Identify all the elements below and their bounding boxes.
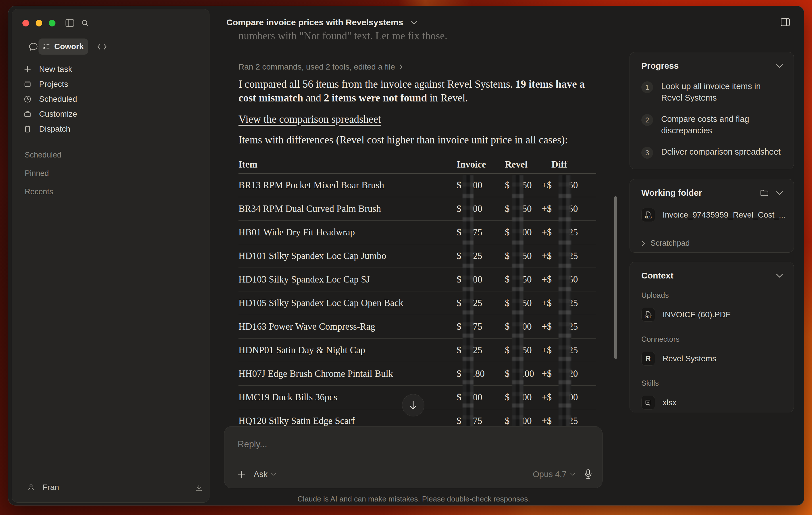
conversation-title-bar[interactable]: Compare invoice prices with Revelsystems — [226, 18, 417, 27]
xls-file-icon: XLS — [641, 208, 655, 222]
sidebar-item-customize[interactable]: Customize — [24, 108, 77, 121]
window-zoom-button[interactable] — [49, 20, 55, 26]
tool-run-summary[interactable]: Ran 2 commands, used 2 tools, edited a f… — [238, 62, 403, 71]
cell-item: HD101 Silky Spandex Loc Cap Jumbo — [238, 251, 457, 261]
table-intro-text: Items with differences (Revel cost highe… — [238, 134, 598, 146]
microphone-icon[interactable] — [584, 469, 592, 479]
sidebar-item-dispatch[interactable]: Dispatch — [24, 122, 70, 136]
conversation-title: Compare invoice prices with Revelsystems — [226, 18, 403, 27]
upload-file-name: INVOICE (60).PDF — [663, 310, 730, 319]
folder-icon[interactable] — [760, 189, 769, 197]
scratchpad-row[interactable]: Scratchpad — [630, 239, 793, 248]
scroll-to-bottom-button[interactable] — [402, 394, 425, 417]
col-header-invoice: Invoice — [457, 159, 505, 170]
table-row: HB01 Wide Dry Fit Headwrap $75 $00 +$25 — [238, 221, 596, 244]
connector-row[interactable]: R Revel Systems — [630, 352, 793, 366]
sidebar-item-label: New task — [39, 65, 72, 74]
sidebar-section-recents[interactable]: Recents — [25, 188, 53, 196]
chats-icon[interactable] — [29, 42, 38, 51]
app-window: Cowork New task Projects Scheduled Custo… — [8, 6, 804, 506]
spreadsheet-link[interactable]: View the comparison spreadsheet — [238, 113, 381, 125]
chevron-right-icon — [641, 240, 645, 246]
ask-mode-dropdown[interactable]: Ask — [254, 469, 276, 479]
cell-item: BR34 RPM Dual Curved Palm Brush — [238, 203, 457, 214]
reply-composer[interactable]: Reply... Ask Opus 4.7 — [224, 426, 603, 488]
chevron-down-icon — [570, 473, 575, 476]
table-row: HH07J Edge Brush Chrome Pintail Bulk $.8… — [238, 362, 596, 386]
working-folder-card: Working folder XLS Invoice_97435959_Reve… — [630, 179, 794, 253]
chevron-down-icon[interactable] — [776, 191, 783, 195]
tab-cowork[interactable]: Cowork — [38, 38, 88, 55]
sidebar-item-label: Customize — [39, 110, 77, 119]
table-row: BR34 RPM Dual Curved Palm Brush $00 $50 … — [238, 197, 596, 221]
chevron-down-icon[interactable] — [776, 273, 783, 278]
context-card: Context Uploads PDF INVOICE (60).PDF Con… — [630, 262, 794, 412]
skill-row[interactable]: xlsx — [630, 396, 793, 409]
skill-name: xlsx — [663, 398, 676, 407]
arrow-down-icon — [409, 400, 417, 410]
table-row: HD103 Silky Spandex Loc Cap SJ $00 $50 +… — [238, 268, 596, 291]
sidebar-item-new-task[interactable]: New task — [24, 63, 72, 76]
chevron-right-icon — [399, 64, 403, 70]
step-number: 3 — [641, 147, 653, 159]
download-icon[interactable] — [195, 484, 203, 492]
uploads-label: Uploads — [630, 291, 793, 300]
user-name: Fran — [42, 483, 59, 492]
step-number: 2 — [641, 114, 653, 126]
sidebar-item-projects[interactable]: Projects — [24, 78, 68, 91]
cell-item: HH07J Edge Brush Chrome Pintail Bulk — [238, 368, 457, 379]
window-minimize-button[interactable] — [36, 20, 42, 26]
step-text: Compare costs and flag discrepancies — [661, 113, 783, 136]
clock-icon — [24, 95, 32, 103]
sidebar-section-scheduled[interactable]: Scheduled — [25, 151, 61, 160]
cell-item: HB01 Wide Dry Fit Headwrap — [238, 227, 457, 238]
cell-item: HD105 Silky Spandex Loc Cap Open Back — [238, 298, 457, 308]
assistant-paragraph: I compared all 56 items from the invoice… — [238, 77, 592, 105]
cell-item: BR13 RPM Pocket Mixed Boar Brush — [238, 180, 457, 191]
attach-plus-icon[interactable] — [237, 469, 246, 479]
sidebar-section-pinned[interactable]: Pinned — [25, 169, 49, 178]
progress-step: 1 Look up all invoice items in Revel Sys… — [630, 81, 793, 104]
cell-item: HMC19 Duck Bills 36pcs — [238, 392, 457, 403]
table-row: HD163 Power Wave Compress-Rag $75 $00 +$… — [238, 315, 596, 339]
redaction-band — [512, 175, 524, 431]
col-header-diff: Diff — [542, 159, 596, 170]
progress-card: Progress 1 Look up all invoice items in … — [630, 52, 794, 169]
user-icon — [27, 483, 35, 491]
chevron-down-icon — [411, 20, 417, 25]
comparison-table: Item Invoice Revel Diff BR13 RPM Pocket … — [238, 155, 596, 433]
skills-label: Skills — [630, 379, 793, 388]
cell-item: HDNP01 Satin Day & Night Cap — [238, 345, 457, 355]
window-close-button[interactable] — [22, 20, 29, 26]
cell-item: HD163 Power Wave Compress-Rag — [238, 321, 457, 332]
reply-placeholder: Reply... — [238, 439, 267, 450]
briefcase-icon — [24, 110, 32, 118]
model-selector[interactable]: Opus 4.7 — [533, 469, 575, 479]
context-title: Context — [641, 271, 673, 281]
pdf-file-icon: PDF — [641, 308, 655, 322]
file-name: Invoice_97435959_Revel_Cost_... — [663, 210, 786, 220]
projects-icon — [24, 80, 32, 88]
col-header-revel: Revel — [505, 159, 542, 170]
ask-mode-label: Ask — [254, 469, 267, 479]
col-header-item: Item — [238, 159, 457, 170]
chevron-down-icon[interactable] — [776, 63, 783, 68]
search-icon[interactable] — [81, 19, 89, 27]
code-mode-icon[interactable] — [97, 43, 107, 51]
step-text: Deliver comparison spreadsheet — [661, 146, 781, 159]
sidebar-toggle-icon[interactable] — [65, 19, 74, 27]
sidebar: Cowork New task Projects Scheduled Custo… — [12, 9, 209, 503]
chevron-down-icon — [271, 473, 276, 476]
upload-file-row[interactable]: PDF INVOICE (60).PDF — [630, 308, 793, 322]
working-folder-file[interactable]: XLS Invoice_97435959_Revel_Cost_... — [630, 208, 793, 222]
user-account-row[interactable]: Fran — [27, 483, 59, 492]
scrollbar-thumb[interactable] — [614, 196, 617, 359]
table-row: HD105 Silky Spandex Loc Cap Open Back $2… — [238, 291, 596, 315]
connectors-label: Connectors — [630, 335, 793, 344]
sidebar-item-scheduled[interactable]: Scheduled — [24, 92, 77, 106]
plus-icon — [24, 65, 32, 73]
working-folder-title: Working folder — [641, 188, 702, 198]
right-panel-toggle-icon[interactable] — [781, 18, 790, 26]
step-text: Look up all invoice items in Revel Syste… — [661, 81, 783, 104]
cell-item: HD103 Silky Spandex Loc Cap SJ — [238, 274, 457, 285]
